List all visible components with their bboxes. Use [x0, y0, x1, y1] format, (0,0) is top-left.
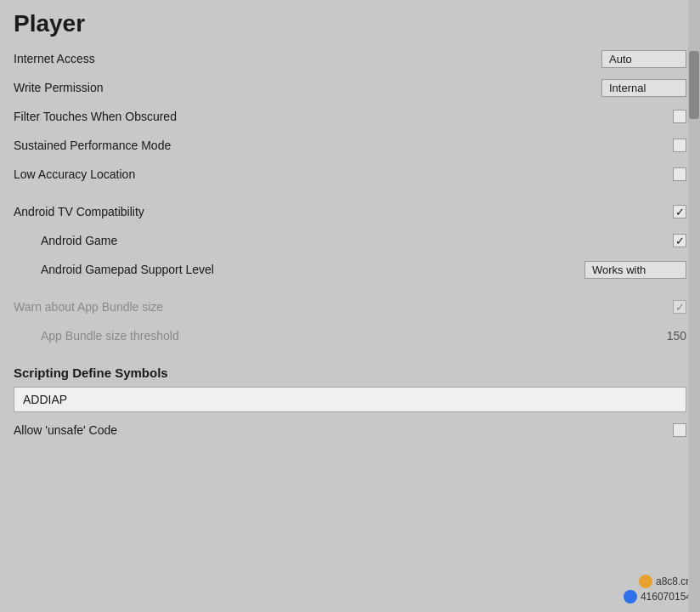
- sustained-performance-control: [567, 139, 686, 152]
- watermark-overlay: a8c8.cn 416070154: [624, 575, 692, 604]
- android-tv-checkbox[interactable]: [673, 205, 686, 218]
- watermark-row-1: a8c8.cn: [639, 575, 692, 588]
- filter-touches-label: Filter Touches When Obscured: [14, 110, 567, 123]
- allow-unsafe-label: Allow 'unsafe' Code: [14, 423, 567, 437]
- watermark-icon-1: [639, 575, 652, 588]
- allow-unsafe-checkbox[interactable]: [673, 423, 686, 437]
- settings-panel: Internet Access Auto Write Permission In…: [0, 44, 700, 445]
- scripting-symbols-input[interactable]: [14, 387, 686, 412]
- low-accuracy-row: Low Accuracy Location: [14, 160, 686, 189]
- internet-access-label: Internet Access: [14, 52, 567, 65]
- android-gamepad-control: Works with: [567, 261, 686, 279]
- bundle-threshold-label: App Bundle size threshold: [41, 329, 567, 343]
- filter-touches-control: [567, 110, 686, 123]
- player-settings-page: Player Internet Access Auto Write Permis…: [0, 0, 700, 612]
- write-permission-row: Write Permission Internal: [14, 73, 686, 102]
- low-accuracy-control: [567, 167, 686, 181]
- android-gamepad-row: Android Gamepad Support Level Works with: [14, 255, 686, 284]
- android-gamepad-label: Android Gamepad Support Level: [41, 263, 567, 276]
- android-gamepad-dropdown[interactable]: Works with: [584, 261, 686, 279]
- page-title: Player: [0, 0, 700, 44]
- bundle-threshold-row: App Bundle size threshold 150: [14, 321, 686, 350]
- android-tv-control: [567, 205, 686, 218]
- android-game-label: Android Game: [41, 234, 567, 247]
- watermark-text-2: 416070154: [641, 591, 692, 603]
- android-game-control: [567, 234, 686, 247]
- sustained-performance-label: Sustained Performance Mode: [14, 139, 567, 152]
- allow-unsafe-control: [567, 423, 686, 437]
- low-accuracy-checkbox[interactable]: [673, 167, 686, 181]
- spacer-2: [14, 284, 686, 292]
- bundle-threshold-control: 150: [567, 329, 686, 343]
- spacer-1: [14, 189, 686, 197]
- write-permission-label: Write Permission: [14, 81, 567, 94]
- sustained-performance-checkbox[interactable]: [673, 139, 686, 152]
- watermark-row-2: 416070154: [624, 590, 692, 604]
- filter-touches-row: Filter Touches When Obscured: [14, 102, 686, 131]
- android-tv-row: Android TV Compatibility: [14, 197, 686, 226]
- warn-bundle-checkbox[interactable]: [673, 300, 686, 314]
- watermark-icon-2: [624, 590, 637, 604]
- low-accuracy-label: Low Accuracy Location: [14, 167, 567, 181]
- warn-bundle-row: Warn about App Bundle size: [14, 292, 686, 321]
- warn-bundle-label: Warn about App Bundle size: [14, 300, 567, 314]
- write-permission-control: Internal: [567, 79, 686, 97]
- internet-access-row: Internet Access Auto: [14, 44, 686, 73]
- scrollbar-thumb[interactable]: [689, 51, 699, 119]
- android-game-checkbox[interactable]: [673, 234, 686, 247]
- android-tv-label: Android TV Compatibility: [14, 205, 567, 218]
- scrollbar[interactable]: [688, 0, 700, 612]
- watermark-text-1: a8c8.cn: [656, 575, 692, 587]
- android-game-row: Android Game: [14, 226, 686, 255]
- allow-unsafe-row: Allow 'unsafe' Code: [14, 416, 686, 445]
- bundle-threshold-value: 150: [667, 329, 686, 343]
- internet-access-dropdown[interactable]: Auto: [601, 50, 686, 68]
- scripting-symbols-section: Scripting Define Symbols: [14, 359, 686, 383]
- spacer-3: [14, 350, 686, 359]
- warn-bundle-control: [567, 300, 686, 314]
- filter-touches-checkbox[interactable]: [673, 110, 686, 123]
- internet-access-control: Auto: [567, 50, 686, 68]
- write-permission-dropdown[interactable]: Internal: [601, 79, 686, 97]
- sustained-performance-row: Sustained Performance Mode: [14, 131, 686, 160]
